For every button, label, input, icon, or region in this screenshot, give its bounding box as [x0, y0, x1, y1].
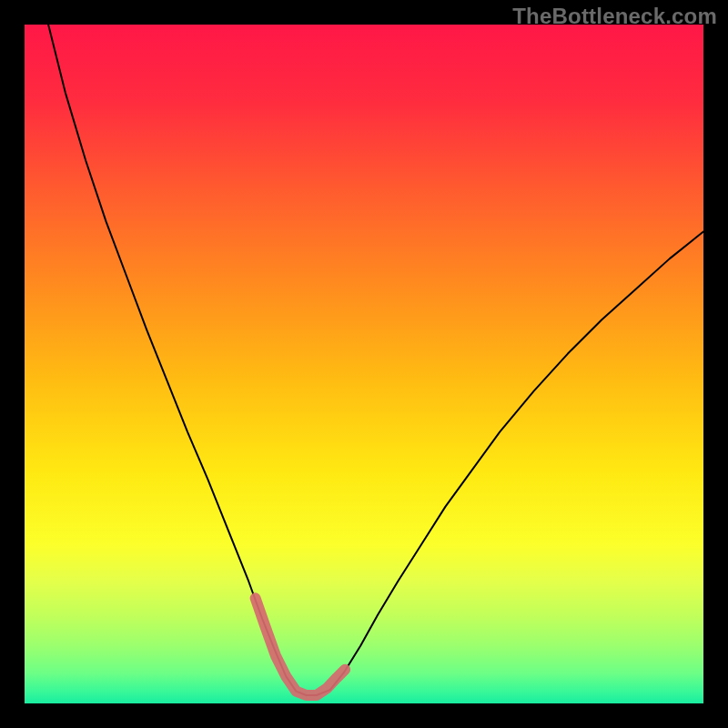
plot-area [25, 25, 703, 703]
chart-svg [25, 25, 703, 703]
gradient-background [25, 25, 703, 703]
watermark-text: TheBottleneck.com [512, 4, 717, 29]
chart-frame: TheBottleneck.com [0, 0, 728, 728]
